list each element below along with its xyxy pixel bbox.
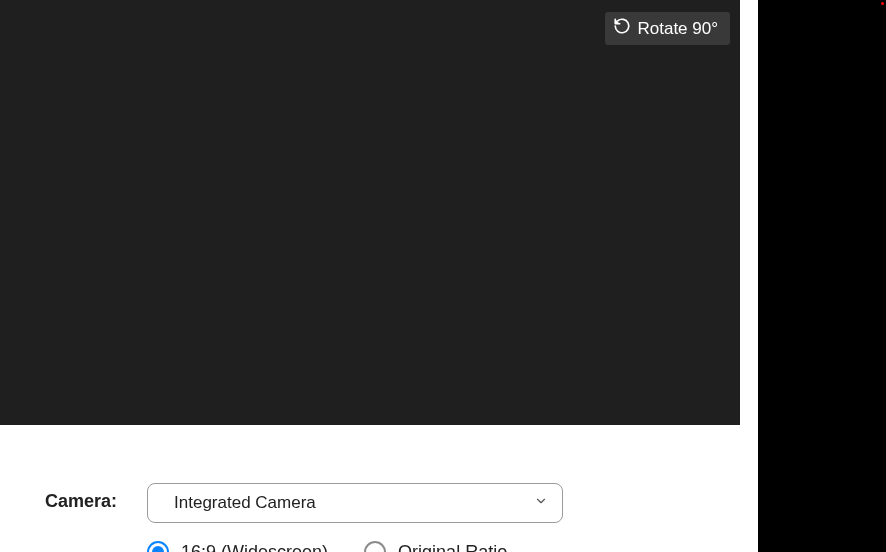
aspect-radio-widescreen[interactable]: 16:9 (Widescreen) [147, 541, 328, 552]
radio-label: 16:9 (Widescreen) [181, 542, 328, 553]
indicator-dot [881, 2, 884, 5]
radio-label: Original Ratio [398, 542, 507, 553]
rotate-button-label: Rotate 90° [637, 19, 718, 39]
radio-icon [364, 541, 386, 552]
camera-controls: Camera: Integrated Camera 16:9 (Widescre… [0, 425, 758, 552]
chevron-down-icon [534, 494, 548, 512]
aspect-ratio-group: 16:9 (Widescreen) Original Ratio [147, 541, 563, 552]
camera-label: Camera: [45, 483, 117, 512]
camera-select[interactable]: Integrated Camera [147, 483, 563, 523]
rotate-90-button[interactable]: Rotate 90° [605, 12, 730, 45]
settings-panel: Rotate 90° Camera: Integrated Camera 16:… [0, 0, 758, 552]
rotate-icon [613, 17, 631, 40]
radio-icon [147, 541, 169, 552]
aspect-radio-original[interactable]: Original Ratio [364, 541, 507, 552]
camera-preview: Rotate 90° [0, 0, 740, 425]
camera-options-column: Integrated Camera 16:9 (Widescreen) Orig… [147, 483, 563, 552]
camera-select-value: Integrated Camera [174, 493, 316, 513]
